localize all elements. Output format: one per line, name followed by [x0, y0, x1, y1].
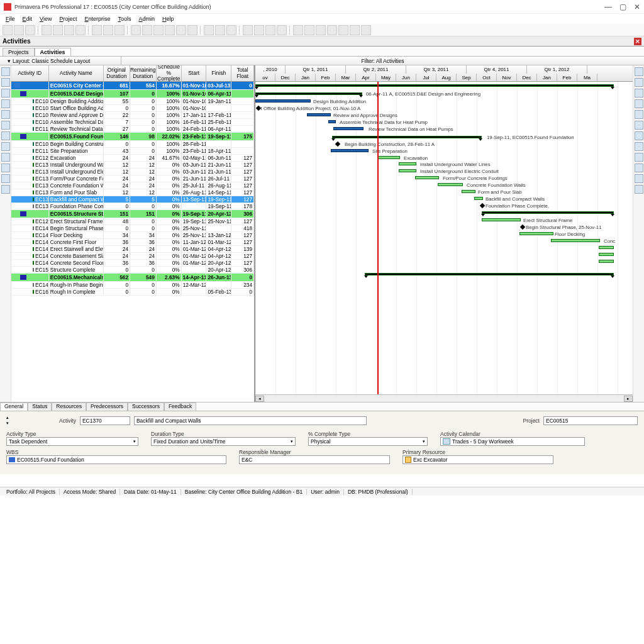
duration-type-select[interactable]: Fixed Duration and Units/Time: [151, 437, 296, 446]
sidebar-icon[interactable]: [1, 99, 10, 108]
close-button[interactable]: ✕: [634, 3, 640, 11]
gantt-bar[interactable]: [255, 99, 311, 103]
gantt-bar[interactable]: [255, 92, 362, 95]
layout-chevron-icon[interactable]: ▾: [8, 58, 11, 64]
gantt-bar[interactable]: [482, 218, 521, 221]
menu-tools[interactable]: Tools: [114, 15, 134, 23]
menu-help[interactable]: Help: [159, 15, 177, 23]
gantt-bar[interactable]: [255, 84, 614, 87]
toolbar-button[interactable]: [42, 25, 52, 35]
activity-calendar-field[interactable]: Trades - 5 Day Workweek: [440, 437, 585, 446]
table-row[interactable]: EC1370Backfill and Compact Walls550%13-S…: [11, 196, 254, 203]
column-header[interactable]: Start: [182, 65, 207, 81]
filter-label[interactable]: Filter: All Activities: [121, 57, 644, 65]
toolbar-button[interactable]: [64, 25, 74, 35]
detail-tab-status[interactable]: Status: [28, 402, 52, 411]
gantt-bar[interactable]: [482, 211, 614, 214]
toolbar-button[interactable]: [131, 25, 141, 35]
gantt-bar[interactable]: [519, 232, 553, 235]
gantt-bar[interactable]: [415, 176, 439, 179]
activity-id-field[interactable]: EC1370: [80, 416, 130, 425]
table-row[interactable]: EC1160Review Technical Data on H270100%2…: [11, 126, 254, 133]
sidebar-icon[interactable]: [1, 185, 10, 194]
toolbar-button[interactable]: [277, 25, 287, 35]
menu-file[interactable]: File: [3, 15, 18, 23]
gantt-bar[interactable]: [332, 136, 482, 138]
gantt-hscroll[interactable]: ◂ ▸: [255, 394, 633, 402]
toolbar-button[interactable]: [338, 25, 348, 35]
column-header[interactable]: Activity ID: [11, 65, 49, 81]
gantt-milestone[interactable]: [520, 225, 525, 230]
gantt-bar[interactable]: [551, 239, 600, 242]
scroll-left-button[interactable]: ◂: [255, 396, 264, 402]
minimize-button[interactable]: —: [604, 3, 612, 11]
sidebar-icon[interactable]: [635, 67, 643, 76]
sidebar-icon[interactable]: [1, 131, 10, 140]
toolbar-button[interactable]: [75, 25, 86, 35]
gantt-bar[interactable]: [333, 127, 364, 130]
sidebar-icon[interactable]: [635, 185, 643, 194]
table-row[interactable]: EC1050Assemble Technical Data for70100%1…: [11, 119, 254, 126]
prev-activity-button[interactable]: ▴: [6, 415, 15, 420]
menu-edit[interactable]: Edit: [19, 15, 36, 23]
table-row[interactable]: EC1200Erect Structural Frame4800%19-Sep-…: [11, 218, 254, 225]
table-row[interactable]: EC1360Form and Pour Slab12120%26-Aug-111…: [11, 189, 254, 196]
sidebar-icon[interactable]: [635, 78, 643, 87]
table-row[interactable]: EC1320Install Underground Water Li12120%…: [11, 162, 254, 169]
gantt-bar[interactable]: [328, 120, 336, 123]
sidebar-icon[interactable]: [635, 99, 643, 108]
toolbar-button[interactable]: [215, 25, 225, 35]
column-header[interactable]: Original Duration: [104, 65, 130, 81]
detail-tab-resources[interactable]: Resources: [52, 402, 86, 411]
toolbar-button[interactable]: [350, 25, 360, 35]
responsible-manager-field[interactable]: E&C: [239, 455, 390, 464]
sidebar-icon[interactable]: [635, 110, 643, 119]
table-row[interactable]: EC1540Structure Complete000%20-Apr-12306: [11, 267, 254, 274]
gantt-bar[interactable]: [474, 197, 483, 200]
wbs-field[interactable]: EC00515.Found Foundation: [6, 455, 226, 464]
toolbar-button[interactable]: [316, 25, 326, 35]
toolbar-button[interactable]: [165, 25, 175, 35]
toolbar-button[interactable]: [204, 25, 214, 35]
column-header[interactable]: Finish: [206, 65, 231, 81]
table-row[interactable]: EC1480Concrete Second Floor36360%01-Mar-…: [11, 260, 254, 267]
pct-complete-type-select[interactable]: Physical: [308, 437, 428, 446]
sidebar-icon[interactable]: [635, 153, 643, 162]
table-row[interactable]: EC00515.D&E Design and Engi1070100%01-No…: [11, 90, 254, 98]
toolbar-button[interactable]: [142, 25, 152, 35]
gantt-bar[interactable]: [462, 190, 475, 193]
toolbar-button[interactable]: [361, 25, 371, 35]
sidebar-icon[interactable]: [1, 89, 10, 97]
menu-admin[interactable]: Admin: [135, 15, 158, 23]
toolbar-button[interactable]: [25, 25, 35, 35]
sidebar-icon[interactable]: [1, 78, 10, 87]
primary-resource-field[interactable]: Exc Excavator: [402, 455, 553, 464]
table-row[interactable]: EC1380Foundation Phase Complete000%19-Se…: [11, 203, 254, 210]
gantt-bar[interactable]: [399, 162, 416, 165]
subtab-projects[interactable]: Projects: [3, 48, 35, 56]
gantt-bar[interactable]: [599, 246, 614, 249]
gantt-bar[interactable]: [377, 156, 400, 159]
sidebar-icon[interactable]: [635, 164, 643, 172]
gantt-bar[interactable]: [438, 183, 463, 186]
table-row[interactable]: EC00515 City Center Office Bu68155416.67…: [11, 82, 254, 90]
gantt-milestone[interactable]: [480, 203, 485, 208]
column-header[interactable]: Remaining Duration: [130, 65, 157, 81]
detail-tab-successors[interactable]: Successors: [128, 402, 164, 411]
sidebar-icon[interactable]: [635, 142, 643, 151]
detail-tab-general[interactable]: General: [0, 402, 28, 411]
column-header[interactable]: Activity Name: [49, 65, 104, 81]
toolbar-button[interactable]: [176, 25, 186, 35]
toolbar-button[interactable]: [293, 25, 303, 35]
gantt-bar[interactable]: [331, 149, 369, 152]
table-row[interactable]: EC1470Concrete Basement Slab24240%01-Mar…: [11, 253, 254, 260]
toolbar-button[interactable]: [226, 25, 236, 35]
sidebar-icon[interactable]: [1, 174, 10, 183]
sidebar-icon[interactable]: [1, 110, 10, 119]
detail-tab-predecessors[interactable]: Predecessors: [86, 402, 128, 411]
toolbar-button[interactable]: [92, 25, 102, 35]
gantt-bar[interactable]: [399, 169, 416, 172]
toolbar-button[interactable]: [254, 25, 264, 35]
sidebar-icon[interactable]: [1, 142, 10, 151]
table-row[interactable]: EC00515.Found Foundation1469822.02%23-Fe…: [11, 133, 254, 141]
